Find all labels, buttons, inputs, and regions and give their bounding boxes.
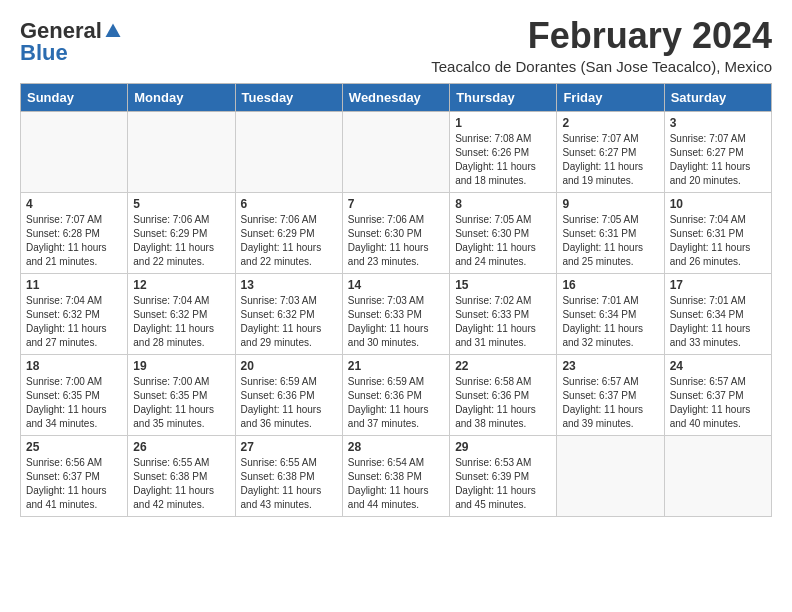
day-number: 29	[455, 440, 551, 454]
day-info: Sunrise: 7:04 AM Sunset: 6:31 PM Dayligh…	[670, 213, 766, 269]
day-number: 17	[670, 278, 766, 292]
day-info: Sunrise: 7:07 AM Sunset: 6:27 PM Dayligh…	[562, 132, 658, 188]
day-number: 27	[241, 440, 337, 454]
logo: General Blue	[20, 20, 122, 64]
calendar-week-row: 25Sunrise: 6:56 AM Sunset: 6:37 PM Dayli…	[21, 435, 772, 516]
calendar-cell: 19Sunrise: 7:00 AM Sunset: 6:35 PM Dayli…	[128, 354, 235, 435]
calendar-cell: 5Sunrise: 7:06 AM Sunset: 6:29 PM Daylig…	[128, 192, 235, 273]
calendar-cell: 16Sunrise: 7:01 AM Sunset: 6:34 PM Dayli…	[557, 273, 664, 354]
day-number: 28	[348, 440, 444, 454]
calendar-week-row: 18Sunrise: 7:00 AM Sunset: 6:35 PM Dayli…	[21, 354, 772, 435]
calendar-cell	[21, 111, 128, 192]
day-info: Sunrise: 6:58 AM Sunset: 6:36 PM Dayligh…	[455, 375, 551, 431]
calendar-cell	[557, 435, 664, 516]
calendar-cell: 10Sunrise: 7:04 AM Sunset: 6:31 PM Dayli…	[664, 192, 771, 273]
day-number: 19	[133, 359, 229, 373]
calendar-cell: 20Sunrise: 6:59 AM Sunset: 6:36 PM Dayli…	[235, 354, 342, 435]
calendar-week-row: 11Sunrise: 7:04 AM Sunset: 6:32 PM Dayli…	[21, 273, 772, 354]
day-info: Sunrise: 7:04 AM Sunset: 6:32 PM Dayligh…	[26, 294, 122, 350]
calendar-cell: 6Sunrise: 7:06 AM Sunset: 6:29 PM Daylig…	[235, 192, 342, 273]
calendar-header-wednesday: Wednesday	[342, 83, 449, 111]
day-info: Sunrise: 7:05 AM Sunset: 6:31 PM Dayligh…	[562, 213, 658, 269]
calendar-week-row: 1Sunrise: 7:08 AM Sunset: 6:26 PM Daylig…	[21, 111, 772, 192]
day-number: 5	[133, 197, 229, 211]
calendar-cell: 29Sunrise: 6:53 AM Sunset: 6:39 PM Dayli…	[450, 435, 557, 516]
calendar-header-friday: Friday	[557, 83, 664, 111]
day-number: 7	[348, 197, 444, 211]
day-number: 26	[133, 440, 229, 454]
day-info: Sunrise: 7:06 AM Sunset: 6:30 PM Dayligh…	[348, 213, 444, 269]
calendar-header-thursday: Thursday	[450, 83, 557, 111]
day-info: Sunrise: 7:07 AM Sunset: 6:28 PM Dayligh…	[26, 213, 122, 269]
header: General Blue February 2024 Teacalco de D…	[20, 16, 772, 75]
day-number: 12	[133, 278, 229, 292]
calendar-cell: 3Sunrise: 7:07 AM Sunset: 6:27 PM Daylig…	[664, 111, 771, 192]
logo-general-text: General	[20, 20, 102, 42]
day-info: Sunrise: 6:59 AM Sunset: 6:36 PM Dayligh…	[348, 375, 444, 431]
svg-marker-0	[105, 24, 120, 38]
calendar-cell	[664, 435, 771, 516]
calendar-cell: 24Sunrise: 6:57 AM Sunset: 6:37 PM Dayli…	[664, 354, 771, 435]
day-info: Sunrise: 6:55 AM Sunset: 6:38 PM Dayligh…	[133, 456, 229, 512]
day-info: Sunrise: 6:53 AM Sunset: 6:39 PM Dayligh…	[455, 456, 551, 512]
day-number: 9	[562, 197, 658, 211]
calendar-cell: 14Sunrise: 7:03 AM Sunset: 6:33 PM Dayli…	[342, 273, 449, 354]
calendar-cell: 25Sunrise: 6:56 AM Sunset: 6:37 PM Dayli…	[21, 435, 128, 516]
day-info: Sunrise: 6:55 AM Sunset: 6:38 PM Dayligh…	[241, 456, 337, 512]
calendar-header-row: SundayMondayTuesdayWednesdayThursdayFrid…	[21, 83, 772, 111]
calendar-cell: 15Sunrise: 7:02 AM Sunset: 6:33 PM Dayli…	[450, 273, 557, 354]
day-number: 22	[455, 359, 551, 373]
calendar-header-saturday: Saturday	[664, 83, 771, 111]
calendar-week-row: 4Sunrise: 7:07 AM Sunset: 6:28 PM Daylig…	[21, 192, 772, 273]
day-info: Sunrise: 6:56 AM Sunset: 6:37 PM Dayligh…	[26, 456, 122, 512]
main-title: February 2024	[122, 16, 772, 56]
calendar-cell	[342, 111, 449, 192]
day-number: 14	[348, 278, 444, 292]
day-info: Sunrise: 7:00 AM Sunset: 6:35 PM Dayligh…	[26, 375, 122, 431]
day-number: 18	[26, 359, 122, 373]
calendar-cell: 12Sunrise: 7:04 AM Sunset: 6:32 PM Dayli…	[128, 273, 235, 354]
day-info: Sunrise: 6:57 AM Sunset: 6:37 PM Dayligh…	[562, 375, 658, 431]
day-info: Sunrise: 7:05 AM Sunset: 6:30 PM Dayligh…	[455, 213, 551, 269]
calendar-cell: 2Sunrise: 7:07 AM Sunset: 6:27 PM Daylig…	[557, 111, 664, 192]
day-info: Sunrise: 7:03 AM Sunset: 6:33 PM Dayligh…	[348, 294, 444, 350]
day-number: 23	[562, 359, 658, 373]
day-info: Sunrise: 7:08 AM Sunset: 6:26 PM Dayligh…	[455, 132, 551, 188]
calendar-cell: 8Sunrise: 7:05 AM Sunset: 6:30 PM Daylig…	[450, 192, 557, 273]
calendar-cell: 9Sunrise: 7:05 AM Sunset: 6:31 PM Daylig…	[557, 192, 664, 273]
day-info: Sunrise: 7:04 AM Sunset: 6:32 PM Dayligh…	[133, 294, 229, 350]
day-number: 10	[670, 197, 766, 211]
calendar-cell: 11Sunrise: 7:04 AM Sunset: 6:32 PM Dayli…	[21, 273, 128, 354]
calendar: SundayMondayTuesdayWednesdayThursdayFrid…	[20, 83, 772, 517]
calendar-cell: 13Sunrise: 7:03 AM Sunset: 6:32 PM Dayli…	[235, 273, 342, 354]
day-info: Sunrise: 7:07 AM Sunset: 6:27 PM Dayligh…	[670, 132, 766, 188]
calendar-header-monday: Monday	[128, 83, 235, 111]
day-number: 25	[26, 440, 122, 454]
day-number: 1	[455, 116, 551, 130]
day-info: Sunrise: 7:02 AM Sunset: 6:33 PM Dayligh…	[455, 294, 551, 350]
day-number: 20	[241, 359, 337, 373]
day-number: 21	[348, 359, 444, 373]
day-info: Sunrise: 6:59 AM Sunset: 6:36 PM Dayligh…	[241, 375, 337, 431]
calendar-cell: 26Sunrise: 6:55 AM Sunset: 6:38 PM Dayli…	[128, 435, 235, 516]
day-info: Sunrise: 7:01 AM Sunset: 6:34 PM Dayligh…	[670, 294, 766, 350]
day-number: 24	[670, 359, 766, 373]
calendar-cell: 7Sunrise: 7:06 AM Sunset: 6:30 PM Daylig…	[342, 192, 449, 273]
day-number: 2	[562, 116, 658, 130]
calendar-cell	[235, 111, 342, 192]
calendar-header-tuesday: Tuesday	[235, 83, 342, 111]
calendar-cell: 18Sunrise: 7:00 AM Sunset: 6:35 PM Dayli…	[21, 354, 128, 435]
calendar-cell: 21Sunrise: 6:59 AM Sunset: 6:36 PM Dayli…	[342, 354, 449, 435]
calendar-cell: 23Sunrise: 6:57 AM Sunset: 6:37 PM Dayli…	[557, 354, 664, 435]
title-area: February 2024 Teacalco de Dorantes (San …	[122, 16, 772, 75]
day-info: Sunrise: 7:00 AM Sunset: 6:35 PM Dayligh…	[133, 375, 229, 431]
day-info: Sunrise: 6:54 AM Sunset: 6:38 PM Dayligh…	[348, 456, 444, 512]
calendar-cell: 4Sunrise: 7:07 AM Sunset: 6:28 PM Daylig…	[21, 192, 128, 273]
day-number: 6	[241, 197, 337, 211]
calendar-cell: 17Sunrise: 7:01 AM Sunset: 6:34 PM Dayli…	[664, 273, 771, 354]
day-info: Sunrise: 7:01 AM Sunset: 6:34 PM Dayligh…	[562, 294, 658, 350]
day-info: Sunrise: 7:03 AM Sunset: 6:32 PM Dayligh…	[241, 294, 337, 350]
day-number: 4	[26, 197, 122, 211]
calendar-cell	[128, 111, 235, 192]
day-info: Sunrise: 6:57 AM Sunset: 6:37 PM Dayligh…	[670, 375, 766, 431]
